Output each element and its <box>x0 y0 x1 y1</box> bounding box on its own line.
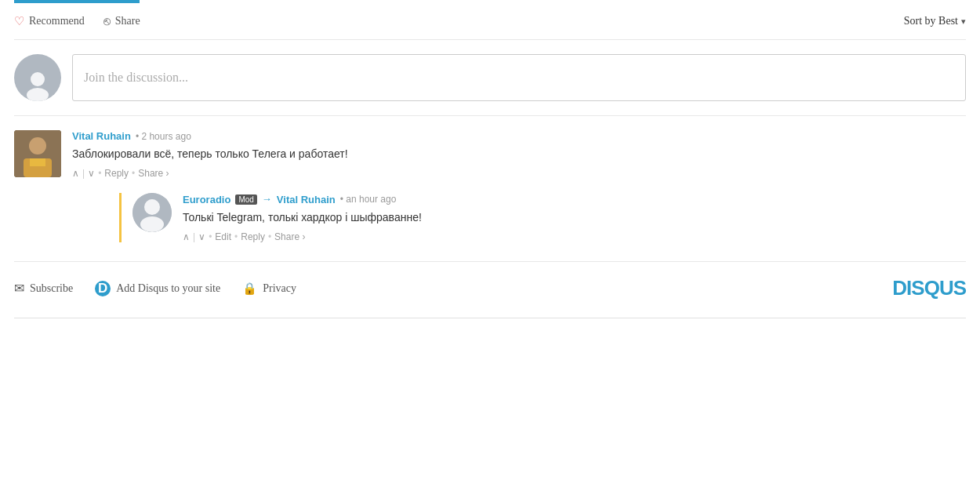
reply-meta: Euroradio Mod → Vital Ruhain • an hour a… <box>183 193 966 205</box>
sort-label: Sort by Best <box>904 15 958 27</box>
reply-reply-button[interactable]: Reply <box>241 231 265 242</box>
share-icon: ⎋ <box>103 15 111 28</box>
reply-share-button[interactable]: Share › <box>274 231 305 242</box>
add-disqus-button[interactable]: D Add Disqus to your site <box>95 281 220 296</box>
comment-body: Vital Ruhain • 2 hours ago Заблокировали… <box>72 130 966 242</box>
recommend-button[interactable]: ♡ Recommend <box>14 14 85 28</box>
dot-separator-3: • <box>268 231 271 242</box>
reply-to[interactable]: Vital Ruhain <box>277 194 336 205</box>
footer-bar: ✉ Subscribe D Add Disqus to your site 🔒 … <box>14 261 966 311</box>
lock-icon: 🔒 <box>242 282 257 296</box>
reply-block: Euroradio Mod → Vital Ruhain • an hour a… <box>119 193 966 242</box>
comment-text: Заблокировали всё, теперь только Телега … <box>72 146 966 162</box>
sort-button[interactable]: Sort by Best ▾ <box>904 15 966 27</box>
discussion-placeholder: Join the discussion... <box>84 71 188 85</box>
add-disqus-label: Add Disqus to your site <box>116 282 220 295</box>
reply-button[interactable]: Reply <box>104 168 129 179</box>
privacy-button[interactable]: 🔒 Privacy <box>242 282 296 296</box>
dot-separator-2: • <box>132 168 135 179</box>
mod-badge: Mod <box>235 194 256 205</box>
dot-separator: • <box>209 231 212 242</box>
comment-avatar <box>14 130 61 177</box>
comment-block: Vital Ruhain • 2 hours ago Заблокировали… <box>14 130 966 242</box>
reply-actions: ∧ | ∨ • Edit • Reply • Share › <box>183 231 966 242</box>
reply-avatar <box>132 193 172 232</box>
comment-meta: Vital Ruhain • 2 hours ago <box>72 130 966 142</box>
recommend-label: Recommend <box>29 15 85 27</box>
user-silhouette-icon <box>20 67 55 101</box>
svg-rect-5 <box>30 158 45 166</box>
reply-text: Толькі Telegram, толькі хардкор і шыфрав… <box>183 209 966 226</box>
svg-point-8 <box>144 199 160 215</box>
separator: | <box>193 231 195 242</box>
heart-icon: ♡ <box>14 14 24 28</box>
bottom-border <box>14 318 966 318</box>
reply-upvote-button[interactable]: ∧ <box>183 231 190 242</box>
share-label: Share <box>115 15 140 27</box>
comment-time: • 2 hours ago <box>136 131 191 142</box>
svg-point-0 <box>31 72 45 86</box>
privacy-label: Privacy <box>263 282 296 295</box>
reply-body: Euroradio Mod → Vital Ruhain • an hour a… <box>183 193 966 242</box>
user-avatar-placeholder <box>14 54 61 101</box>
share-comment-button[interactable]: Share › <box>138 168 169 179</box>
upvote-button[interactable]: ∧ <box>72 168 79 179</box>
svg-point-6 <box>31 139 45 153</box>
action-bar: ♡ Recommend ⎋ Share Sort by Best ▾ <box>14 3 966 40</box>
share-button[interactable]: ⎋ Share <box>103 15 140 28</box>
discussion-row: Join the discussion... <box>14 40 966 116</box>
svg-point-9 <box>140 216 164 232</box>
comment-avatar-img <box>14 130 61 177</box>
reply-avatar-silhouette <box>132 193 172 232</box>
discussion-input[interactable]: Join the discussion... <box>72 54 966 101</box>
subscribe-button[interactable]: ✉ Subscribe <box>14 281 73 296</box>
comments-section: Vital Ruhain • 2 hours ago Заблокировали… <box>14 116 966 242</box>
footer-left: ✉ Subscribe D Add Disqus to your site 🔒 … <box>14 281 296 296</box>
dot-separator: • <box>98 168 101 179</box>
reply-author[interactable]: Euroradio <box>183 194 230 205</box>
disqus-d-icon: D <box>95 281 111 296</box>
comment-actions: ∧ | ∨ • Reply • Share › <box>72 168 966 179</box>
action-bar-left: ♡ Recommend ⎋ Share <box>14 14 140 28</box>
edit-button[interactable]: Edit <box>215 231 231 242</box>
svg-point-1 <box>27 88 49 101</box>
reply-arrow-icon: → <box>262 193 272 205</box>
separator: | <box>82 168 85 179</box>
downvote-button[interactable]: ∨ <box>88 168 95 179</box>
disqus-logo: DISQUS <box>892 276 966 300</box>
comment-author[interactable]: Vital Ruhain <box>72 130 131 142</box>
dot-separator-2: • <box>234 231 238 242</box>
envelope-icon: ✉ <box>14 281 24 296</box>
subscribe-label: Subscribe <box>30 282 73 295</box>
reply-time: • an hour ago <box>340 194 397 205</box>
chevron-down-icon: ▾ <box>961 16 966 27</box>
avatar-photo <box>14 130 61 177</box>
reply-downvote-button[interactable]: ∨ <box>198 231 205 242</box>
